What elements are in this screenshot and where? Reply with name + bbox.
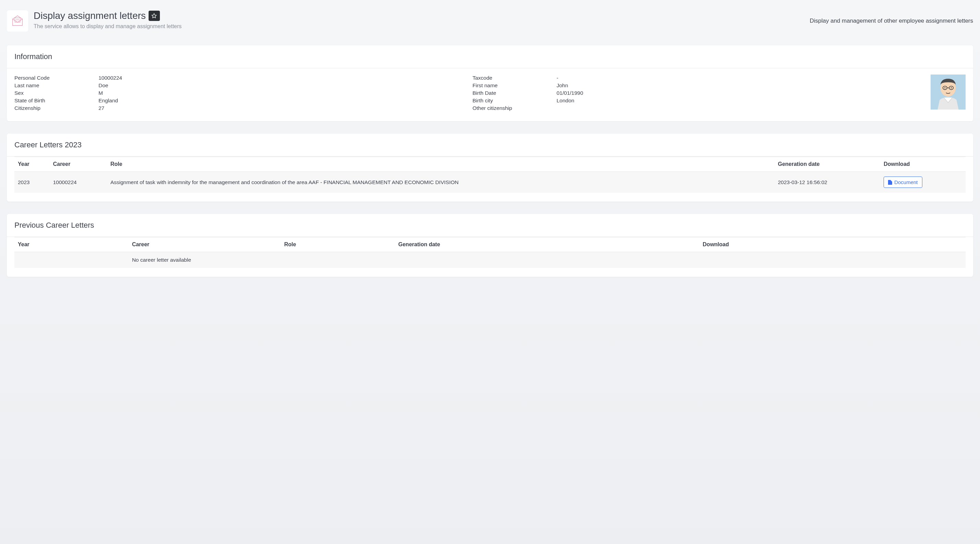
- value-other-citizenship: [557, 105, 920, 112]
- header-main: Display assignment letters The service a…: [33, 10, 804, 30]
- value-birth-date: 01/01/1990: [557, 89, 920, 97]
- label-sex: Sex: [14, 89, 99, 97]
- label-citizenship: Citizenship: [14, 105, 99, 112]
- current-letters-table: Year Career Role Generation date Downloa…: [14, 156, 966, 193]
- previous-letters-card: Previous Career Letters Year Career Role…: [7, 214, 973, 277]
- header-icon-box: [7, 10, 28, 32]
- cell-generation-date: 2023-03-12 16:56:02: [775, 172, 880, 193]
- cell-download: Document: [880, 172, 966, 193]
- th-prev-download: Download: [699, 237, 966, 252]
- info-column-left: Personal Code 10000224 Last name Doe Sex…: [14, 75, 462, 112]
- value-state-of-birth: England: [99, 97, 462, 104]
- info-column-right: Taxcode - First name John Birth Date 01/…: [473, 75, 920, 112]
- th-generation-date: Generation date: [775, 157, 880, 172]
- table-row: 2023 10000224 Assignment of task with in…: [14, 172, 966, 193]
- label-taxcode: Taxcode: [473, 75, 557, 81]
- avatar: [931, 75, 966, 110]
- svg-point-10: [951, 87, 952, 88]
- label-state-of-birth: State of Birth: [14, 97, 99, 104]
- information-title: Information: [14, 52, 966, 61]
- page-header: Display assignment letters The service a…: [0, 0, 980, 45]
- information-card: Information Personal Code 10000224 Last …: [7, 45, 973, 121]
- empty-message: No career letter available: [129, 252, 966, 268]
- cell-role: Assignment of task with indemnity for th…: [107, 172, 775, 193]
- svg-point-9: [944, 87, 945, 88]
- header-right-text: Display and management of other employee…: [810, 18, 973, 24]
- value-sex: M: [99, 89, 462, 97]
- value-personal-code: 10000224: [99, 75, 462, 81]
- th-prev-generation-date: Generation date: [395, 237, 699, 252]
- label-first-name: First name: [473, 82, 557, 89]
- previous-letters-table: Year Career Role Generation date Downloa…: [14, 237, 966, 268]
- th-year: Year: [14, 157, 49, 172]
- page-subtitle: The service allows to display and manage…: [33, 23, 804, 30]
- label-personal-code: Personal Code: [14, 75, 99, 81]
- table-row-empty: No career letter available: [14, 252, 966, 268]
- star-icon: [151, 13, 157, 19]
- value-citizenship: 27: [99, 105, 462, 112]
- th-prev-career: Career: [129, 237, 281, 252]
- previous-letters-title: Previous Career Letters: [14, 221, 966, 230]
- label-birth-date: Birth Date: [473, 89, 557, 97]
- download-document-button[interactable]: Document: [884, 177, 922, 188]
- current-letters-title: Career Letters 2023: [14, 140, 966, 149]
- letter-icon: [11, 14, 24, 27]
- th-prev-year: Year: [14, 237, 129, 252]
- value-birth-city: London: [557, 97, 920, 104]
- th-prev-role: Role: [281, 237, 395, 252]
- page-title: Display assignment letters: [33, 10, 146, 21]
- cell-year: 2023: [14, 172, 49, 193]
- th-career: Career: [49, 157, 107, 172]
- current-letters-card: Career Letters 2023 Year Career Role Gen…: [7, 134, 973, 202]
- th-role: Role: [107, 157, 775, 172]
- favorite-button[interactable]: [149, 11, 160, 21]
- value-last-name: Doe: [99, 82, 462, 89]
- pdf-file-icon: [888, 180, 892, 185]
- label-last-name: Last name: [14, 82, 99, 89]
- th-download: Download: [880, 157, 966, 172]
- label-other-citizenship: Other citizenship: [473, 105, 557, 112]
- svg-marker-3: [152, 13, 156, 18]
- value-first-name: John: [557, 82, 920, 89]
- download-label: Document: [894, 179, 918, 185]
- label-birth-city: Birth city: [473, 97, 557, 104]
- value-taxcode: -: [557, 75, 920, 81]
- cell-career: 10000224: [49, 172, 107, 193]
